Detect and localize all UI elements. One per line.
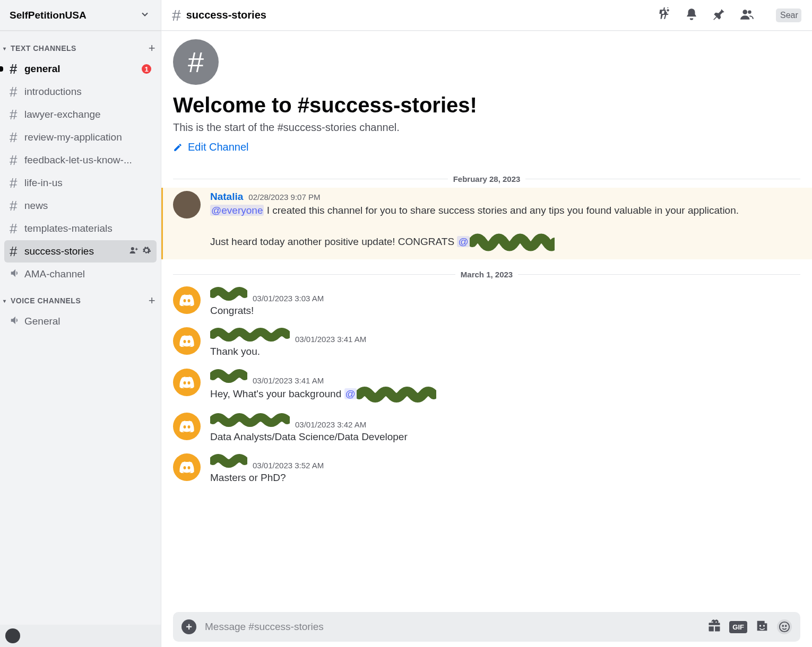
attach-icon[interactable]: +: [182, 619, 196, 634]
voice-channel-general[interactable]: General: [4, 310, 157, 333]
message-timestamp: 03/01/2023 3:42 AM: [295, 420, 366, 429]
avatar[interactable]: [173, 369, 201, 396]
avatar[interactable]: [173, 191, 201, 218]
avatar[interactable]: [173, 286, 201, 314]
gift-icon[interactable]: [707, 618, 722, 635]
speaker-icon: [10, 267, 24, 282]
composer-placeholder[interactable]: Message #success-stories: [205, 621, 698, 633]
search-input[interactable]: Sear: [776, 8, 801, 22]
message-content: Hey, What's your background @: [210, 386, 800, 403]
hash-icon: #: [10, 153, 24, 167]
topbar-icons: Sear: [657, 7, 801, 23]
invite-icon[interactable]: [129, 246, 139, 258]
user-avatar[interactable]: [5, 628, 20, 643]
channel-feedback[interactable]: # feedback-let-us-know-...: [4, 149, 157, 171]
channel-templates-materials[interactable]: # templates-materials: [4, 217, 157, 240]
voice-channels-category[interactable]: ▾ VOICE CHANNELS +: [0, 292, 161, 310]
hash-icon: #: [10, 108, 24, 121]
add-channel-icon[interactable]: +: [149, 294, 156, 308]
message-timestamp: 03/01/2023 3:52 AM: [253, 461, 324, 470]
svg-point-7: [782, 625, 783, 626]
gear-icon[interactable]: [142, 246, 151, 258]
add-channel-icon[interactable]: +: [149, 41, 156, 55]
mention-user[interactable]: @: [344, 388, 357, 399]
hash-icon: #: [172, 6, 181, 24]
message-item[interactable]: 03/01/2023 3:41 AM Thank you.: [161, 324, 812, 365]
channel-sidebar: SelfPetitionUSA ▾ TEXT CHANNELS + # gene…: [0, 0, 161, 647]
channel-label: general: [24, 63, 142, 75]
edit-channel-link[interactable]: Edit Channel: [173, 141, 249, 153]
main-area: # success-stories Sear # Welcome to #suc…: [161, 0, 812, 647]
channel-introductions[interactable]: # introductions: [4, 81, 157, 103]
message-item[interactable]: 03/01/2023 3:03 AM Congrats!: [161, 283, 812, 325]
bell-icon[interactable]: [685, 7, 698, 23]
category-label: VOICE CHANNELS: [11, 296, 149, 305]
message-item[interactable]: 03/01/2023 3:52 AM Masters or PhD?: [161, 450, 812, 492]
channel-label: General: [24, 316, 151, 327]
channels-scroll[interactable]: ▾ TEXT CHANNELS + # general 1 # introduc…: [0, 31, 161, 625]
channel-review-my-application[interactable]: # review-my-application: [4, 126, 157, 148]
hash-icon: #: [10, 130, 24, 144]
members-icon[interactable]: [740, 7, 754, 23]
speaker-icon: [10, 314, 24, 329]
pencil-icon: [173, 143, 183, 152]
channel-life-in-us[interactable]: # life-in-us: [4, 172, 157, 194]
message-text: Just heard today another positive update…: [210, 236, 457, 247]
channel-icon-circle: #: [173, 39, 219, 85]
channel-news[interactable]: # news: [4, 195, 157, 217]
channel-general[interactable]: # general 1: [4, 58, 157, 80]
redacted-username-icon: [210, 327, 290, 342]
emoji-icon[interactable]: [777, 619, 792, 634]
hash-icon: #: [10, 244, 24, 258]
divider-date: March 1, 2023: [455, 270, 518, 279]
redacted-username-icon: [210, 369, 247, 383]
caret-down-icon: ▾: [3, 46, 10, 51]
sticker-icon[interactable]: [755, 618, 770, 635]
svg-point-4: [759, 625, 762, 627]
message-item[interactable]: 03/01/2023 3:42 AM Data Analysts/Data Sc…: [161, 409, 812, 451]
avatar[interactable]: [173, 453, 201, 481]
mention-user[interactable]: @: [457, 236, 469, 247]
threads-icon[interactable]: [657, 7, 671, 23]
edit-channel-label: Edit Channel: [188, 141, 249, 153]
pin-icon[interactable]: [712, 7, 726, 23]
redacted-icon: [357, 386, 436, 403]
topbar: # success-stories Sear: [161, 0, 812, 31]
redacted-username-icon: [210, 413, 290, 427]
channel-label: templates-materials: [24, 223, 151, 234]
channel-title: success-stories: [186, 9, 657, 21]
message-natalia[interactable]: Natalia 02/28/2023 9:07 PM @everyone I c…: [161, 188, 812, 259]
svg-point-0: [131, 247, 134, 250]
message-content: Congrats!: [210, 304, 800, 318]
message-username[interactable]: Natalia: [210, 191, 243, 203]
message-content: Data Analysts/Data Science/Data Develope…: [210, 430, 800, 444]
channel-lawyer-exchange[interactable]: # lawyer-exchange: [4, 103, 157, 126]
welcome-title: Welcome to #success-stories!: [173, 93, 800, 117]
message-timestamp: 03/01/2023 3:41 AM: [253, 376, 324, 385]
message-text: I created this channel for you to share …: [264, 205, 739, 216]
message-text: Hey, What's your background: [210, 388, 344, 399]
search-placeholder: Sear: [780, 11, 798, 20]
message-timestamp: 03/01/2023 3:41 AM: [295, 335, 366, 344]
chevron-down-icon[interactable]: [140, 9, 150, 22]
message-item[interactable]: 03/01/2023 3:41 AM Hey, What's your back…: [161, 365, 812, 409]
chat-scroll[interactable]: # Welcome to #success-stories! This is t…: [161, 31, 812, 612]
channel-label: life-in-us: [24, 177, 151, 189]
avatar[interactable]: [173, 413, 201, 440]
server-header[interactable]: SelfPetitionUSA: [0, 0, 161, 31]
channel-label: success-stories: [24, 246, 129, 257]
svg-point-2: [742, 10, 747, 14]
channel-ama[interactable]: AMA-channel: [4, 263, 157, 285]
user-footer[interactable]: [0, 625, 161, 647]
welcome-block: # Welcome to #success-stories! This is t…: [161, 31, 812, 164]
avatar[interactable]: [173, 327, 201, 355]
channel-success-stories[interactable]: # success-stories: [4, 240, 157, 263]
date-divider: February 28, 2023: [173, 174, 800, 183]
hash-icon: #: [10, 222, 24, 235]
mention-everyone[interactable]: @everyone: [210, 205, 264, 216]
message-content: Thank you.: [210, 345, 800, 359]
text-channels-category[interactable]: ▾ TEXT CHANNELS +: [0, 39, 161, 57]
message-composer[interactable]: + Message #success-stories GIF: [173, 612, 800, 642]
gif-icon[interactable]: GIF: [729, 621, 747, 633]
message-content: Masters or PhD?: [210, 471, 800, 485]
